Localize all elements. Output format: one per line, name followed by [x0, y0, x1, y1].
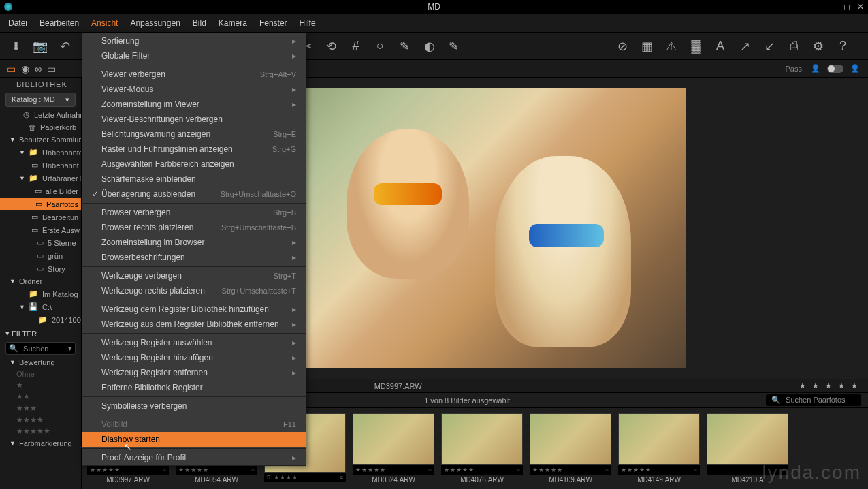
sidebar-item[interactable]: ▭Unbenannt — [0, 159, 81, 172]
menu-item[interactable]: Schärfemaske einblenden — [82, 172, 306, 187]
rating-5[interactable]: ★★★★★ — [0, 426, 81, 437]
tether-icon[interactable]: ∞ — [35, 63, 42, 74]
gear-icon[interactable]: ⚙ — [811, 39, 826, 54]
thumbnail[interactable]: ★★★★★≡MD4109.ARW — [530, 413, 611, 484]
thumb-menu-icon[interactable]: ≡ — [163, 467, 166, 473]
user2-icon[interactable]: 👤 — [850, 64, 860, 73]
menu-item[interactable]: Globale Filter▸ — [82, 48, 306, 63]
menu-item[interactable]: Viewer-Modus▸ — [82, 82, 306, 97]
gradient-icon[interactable]: ◐ — [422, 39, 437, 54]
thumbnail[interactable]: ★★★★★≡MD0324.ARW — [353, 413, 434, 484]
menu-item[interactable]: Raster und Führungslinien anzeigenStrg+G — [82, 142, 306, 157]
library-icon[interactable]: ▭ — [7, 63, 16, 74]
menu-item[interactable]: Ausgewählten Farbbereich anzeigen — [82, 157, 306, 172]
text-icon[interactable]: A — [713, 39, 728, 54]
proof-icon[interactable]: ▓ — [688, 39, 703, 54]
rating-display[interactable]: ★ ★ ★ ★ ★ — [799, 381, 860, 390]
sidebar-item[interactable]: 📁Im Katalog — [0, 287, 81, 300]
thumbnail[interactable]: ★★★★★≡MD4149.ARW — [618, 413, 700, 484]
rating-2[interactable]: ★★ — [0, 391, 81, 403]
sidebar-item[interactable]: ▼📁Urfahraner Ma — [0, 172, 81, 185]
menu-item[interactable]: Browserbeschriftungen▸ — [82, 250, 306, 265]
search-input[interactable]: 🔍 Suchen▾ — [5, 342, 76, 355]
menu-item[interactable]: Werkzeug aus dem Register Bibliothek ent… — [82, 317, 306, 332]
color-header[interactable]: ▼Farbmarkierung — [0, 437, 81, 449]
rating-3[interactable]: ★★★ — [0, 403, 81, 414]
menu-item[interactable]: Entferne Bibliothek Register — [82, 380, 306, 395]
undo-icon[interactable]: ↶ — [57, 39, 72, 54]
disable-icon[interactable]: ⊘ — [615, 39, 630, 54]
help-icon[interactable]: ? — [835, 39, 850, 54]
menu-item[interactable]: Proof-Anzeige für Profil▸ — [82, 450, 306, 465]
sidebar-item[interactable]: 🗑Papierkorb — [0, 121, 81, 133]
thumb-menu-icon[interactable]: ≡ — [517, 467, 520, 473]
sidebar-item[interactable]: ▭alle Bilder — [0, 185, 81, 198]
sidebar-item[interactable]: ▼💾C:\ — [0, 300, 81, 313]
menu-item[interactable]: Viewer-Beschriftungen verbergen — [82, 112, 306, 127]
import-icon[interactable]: ⬇ — [8, 39, 23, 54]
menu-item[interactable]: Symbolleiste verbergen — [82, 398, 306, 413]
grid-icon[interactable]: # — [349, 39, 364, 54]
close-icon[interactable]: ✕ — [857, 2, 864, 12]
menu-item[interactable]: Zoomeinstellung im Browser▸ — [82, 235, 306, 250]
menu-item[interactable]: Zoomeinstellung im Viewer▸ — [82, 97, 306, 112]
menu-datei[interactable]: Datei — [8, 18, 27, 28]
menu-ansicht[interactable]: Ansicht — [91, 18, 118, 28]
maximize-icon[interactable]: ◻ — [843, 2, 850, 12]
menu-item[interactable]: Werkzeuge rechts platzierenStrg+Umschalt… — [82, 283, 306, 298]
sidebar-item[interactable]: ▼📁Unbenannte G — [0, 146, 81, 159]
menu-item[interactable]: Sortierung▸ — [82, 33, 306, 48]
rating-1[interactable]: ★ — [0, 379, 81, 391]
sidebar-item[interactable]: 📁20141004 — [0, 313, 81, 326]
spot-icon[interactable]: ○ — [373, 39, 388, 54]
browser-search[interactable]: 🔍 Suchen Paarfotos — [766, 394, 861, 406]
menu-item[interactable]: Werkzeug Register auswählen▸ — [82, 335, 306, 350]
warning-icon[interactable]: ⚠ — [664, 39, 679, 54]
menu-bearbeiten[interactable]: Bearbeiten — [39, 18, 79, 28]
menu-item[interactable]: Viewer verbergenStrg+Alt+V — [82, 67, 306, 82]
menu-item[interactable]: Werkzeug Register entfernen▸ — [82, 365, 306, 380]
menu-fenster[interactable]: Fenster — [259, 18, 287, 28]
user-icon[interactable]: 👤 — [811, 64, 820, 73]
thumb-menu-icon[interactable]: ≡ — [340, 474, 343, 481]
sidebar-item[interactable]: ▭Story — [0, 262, 81, 275]
brush-icon[interactable]: ✎ — [398, 39, 413, 54]
menu-item[interactable]: VollbildF11 — [82, 417, 306, 432]
output-icon[interactable]: ▭ — [47, 63, 56, 74]
menu-item[interactable]: Browser verbergenStrg+B — [82, 205, 306, 220]
sidebar-item[interactable]: ▭Erste Ausw — [0, 223, 81, 236]
thumb-menu-icon[interactable]: ≡ — [694, 467, 697, 473]
grid2-icon[interactable]: ▦ — [639, 39, 654, 54]
rating-none[interactable]: Ohne — [0, 368, 81, 379]
menu-bild[interactable]: Bild — [193, 18, 206, 28]
sidebar-item[interactable]: ▭Bearbeitun — [0, 210, 81, 223]
rating-4[interactable]: ★★★★ — [0, 414, 81, 426]
sidebar-item[interactable]: ▼Ordner — [0, 275, 81, 287]
menu-kamera[interactable]: Kamera — [219, 18, 247, 28]
menu-item[interactable]: Werkzeug Register hinzufügen▸ — [82, 350, 306, 365]
menu-hilfe[interactable]: Hilfe — [300, 18, 316, 28]
menu-item[interactable]: Diashow starten — [82, 432, 306, 447]
catalog-selector[interactable]: Katalog : MD ▾ — [5, 93, 76, 107]
menu-anpassungen[interactable]: Anpassungen — [130, 18, 180, 28]
menu-item[interactable]: Browser rechts platzierenStrg+Umschaltta… — [82, 220, 306, 235]
print-icon[interactable]: ⎙ — [786, 39, 801, 54]
capture-icon[interactable]: 📷 — [33, 39, 48, 54]
sidebar-item[interactable]: ▼Benutzer Sammlun — [0, 133, 81, 146]
sidebar-item[interactable]: ◷Letzte Aufnahm — [0, 108, 81, 121]
arrow-up-icon[interactable]: ↗ — [737, 39, 752, 54]
rating-header[interactable]: ▼Bewertung — [0, 356, 81, 368]
pass-toggle[interactable] — [827, 65, 843, 73]
camera-icon[interactable]: ◉ — [21, 63, 29, 74]
menu-item[interactable]: ✓Überlagerung ausblendenStrg+Umschalttas… — [82, 187, 306, 202]
filter-header[interactable]: ▾ FILTER — [0, 326, 81, 341]
rotate-icon[interactable]: ⟲ — [324, 39, 339, 54]
adjust-icon[interactable]: ✎ — [447, 39, 462, 54]
arrow-down-icon[interactable]: ↙ — [762, 39, 777, 54]
sidebar-item[interactable]: ▭grün — [0, 249, 81, 262]
thumbnail[interactable]: ★★★★★≡MD4076.ARW — [441, 413, 523, 484]
menu-item[interactable]: Belichtungswarnung anzeigenStrg+E — [82, 127, 306, 142]
sidebar-item[interactable]: ▭Paarfotos — [0, 198, 81, 210]
thumb-menu-icon[interactable]: ≡ — [605, 467, 609, 473]
menu-item[interactable]: Werkzeuge verbergenStrg+T — [82, 268, 306, 283]
